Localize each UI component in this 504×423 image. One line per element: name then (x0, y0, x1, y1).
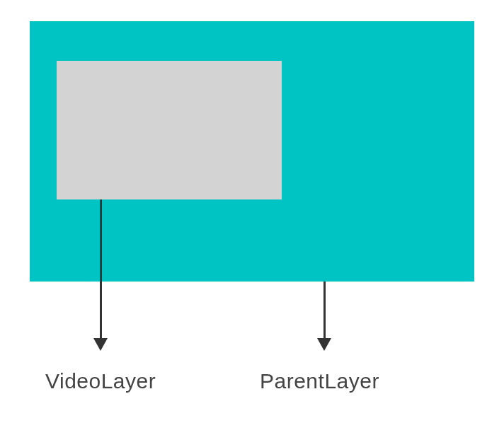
parent-arrow-line (323, 282, 326, 338)
video-layer-box (57, 61, 282, 199)
video-arrow-line (100, 199, 102, 338)
video-layer-label: VideoLayer (45, 369, 156, 393)
parent-arrow-head-icon (317, 338, 331, 351)
parent-layer-label: ParentLayer (260, 369, 379, 393)
video-arrow-head-icon (93, 338, 108, 351)
